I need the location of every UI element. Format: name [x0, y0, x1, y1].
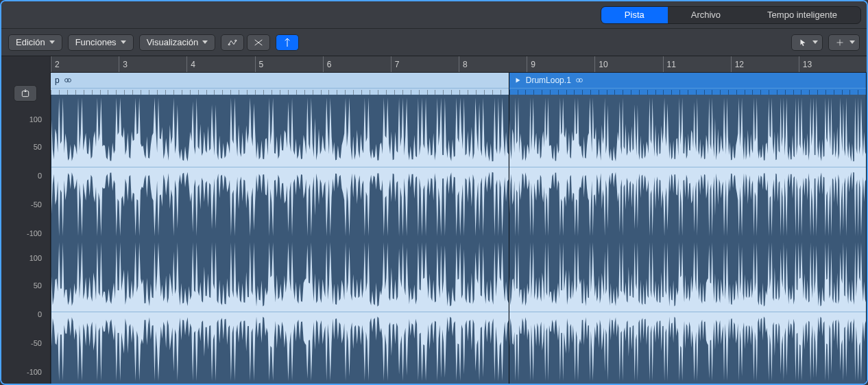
waveform-left-channel: [509, 97, 866, 236]
left-click-tool[interactable]: [791, 34, 823, 51]
region-name-fragment: p: [55, 75, 60, 85]
region-header[interactable]: p: [51, 73, 509, 88]
amp-label: 0: [38, 172, 42, 180]
bar-marker: 2: [51, 56, 60, 72]
audio-region-1[interactable]: p: [51, 73, 509, 384]
view-toggle-group: [221, 34, 270, 51]
bar-marker: 11: [663, 56, 676, 72]
chevron-down-icon: [121, 40, 126, 44]
automation-toggle[interactable]: [221, 34, 244, 51]
zero-line: [51, 312, 509, 312]
bar-marker: 4: [186, 56, 195, 72]
flex-toggle[interactable]: [247, 34, 270, 51]
regions: p DrumLoop.1: [51, 73, 867, 384]
loop-icon: [575, 76, 583, 84]
bar-marker: 10: [594, 56, 607, 72]
amp-label: -100: [27, 229, 42, 237]
mode-segmented: Pista Archivo Tempo inteligente: [601, 6, 861, 24]
region-ruler: [509, 88, 866, 95]
play-icon: [514, 76, 522, 84]
zero-line: [51, 167, 509, 167]
transient-marker-icon: [282, 37, 293, 48]
region-header[interactable]: DrumLoop.1: [509, 73, 866, 88]
amp-label: 0: [38, 310, 42, 318]
catch-playhead-button[interactable]: [14, 85, 37, 102]
chevron-down-icon: [49, 40, 55, 44]
audio-region-2[interactable]: DrumLoop.1: [509, 73, 867, 384]
amp-label: -50: [31, 339, 42, 347]
waveform-left-channel: [51, 97, 509, 236]
bar-marker: 12: [731, 56, 744, 72]
amp-label: -50: [31, 200, 42, 209]
chevron-down-icon: [202, 40, 208, 44]
flex-icon: [253, 37, 264, 48]
tab-archivo[interactable]: Archivo: [668, 7, 744, 23]
transient-toggle[interactable]: [276, 34, 299, 51]
track-area[interactable]: 234567891011121314 p: [51, 56, 867, 384]
amp-label: 50: [34, 143, 42, 151]
zero-line: [509, 167, 866, 167]
bar-ruler[interactable]: 234567891011121314: [51, 56, 867, 73]
crosshair-icon: [836, 38, 844, 47]
pointer-icon: [799, 38, 807, 47]
loop-icon: [64, 76, 72, 84]
automation-icon: [227, 37, 238, 48]
waveform-body[interactable]: [509, 95, 866, 384]
amp-label: 100: [29, 115, 42, 124]
waveform-right-channel: [509, 242, 866, 381]
edit-menu-label: Edición: [16, 37, 45, 47]
bar-marker: 5: [255, 56, 264, 72]
chevron-down-icon: [849, 40, 855, 44]
view-menu[interactable]: Visualización: [139, 34, 216, 51]
tab-pista[interactable]: Pista: [601, 7, 668, 23]
bar-marker: 13: [799, 56, 812, 72]
tab-tempo-inteligente[interactable]: Tempo inteligente: [744, 7, 860, 23]
bar-marker: 9: [527, 56, 535, 72]
cmd-click-tool[interactable]: [828, 34, 860, 51]
amp-label: 100: [29, 254, 42, 262]
zero-line: [509, 312, 866, 312]
bar-marker: 8: [459, 56, 468, 72]
chevron-down-icon: [812, 40, 818, 44]
waveform-body[interactable]: [51, 95, 509, 384]
edit-menu[interactable]: Edición: [8, 34, 62, 51]
region-ruler: [51, 88, 509, 95]
bar-marker: 6: [323, 56, 332, 72]
bar-marker: 7: [391, 56, 400, 72]
functions-menu[interactable]: Funciones: [68, 34, 134, 51]
amp-label: 50: [34, 281, 42, 290]
bar-marker: 3: [119, 56, 128, 72]
editor-mode-tabs: Pista Archivo Tempo inteligente: [1, 1, 867, 29]
catch-icon: [20, 88, 31, 99]
amp-label: -100: [27, 368, 42, 376]
gutter: 100500-50-100100500-50-100: [1, 56, 51, 384]
waveform-right-channel: [51, 242, 509, 381]
region-name: DrumLoop.1: [526, 75, 571, 85]
editor-toolbar: Edición Funciones Visualización: [1, 29, 867, 56]
functions-menu-label: Funciones: [75, 37, 117, 47]
audio-editor: 100500-50-100100500-50-100 2345678910111…: [1, 56, 867, 384]
view-menu-label: Visualización: [147, 37, 199, 47]
